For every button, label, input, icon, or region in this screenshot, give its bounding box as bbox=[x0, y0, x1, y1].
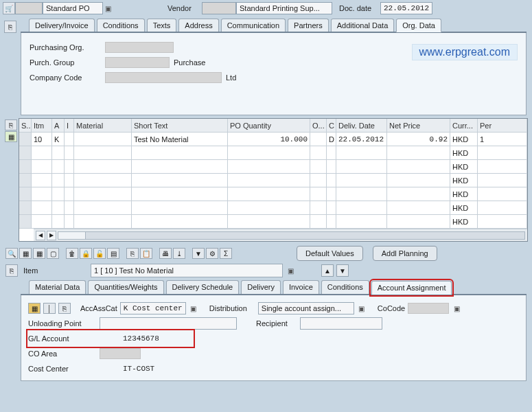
table-row[interactable]: HKD bbox=[19, 146, 527, 160]
find-icon[interactable]: 🔍 bbox=[5, 248, 18, 259]
tab-material-data[interactable]: Material Data bbox=[29, 280, 86, 294]
delete-icon[interactable]: 🗑 bbox=[66, 248, 78, 259]
tab-address[interactable]: Address bbox=[178, 19, 218, 32]
tab-communication[interactable]: Communication bbox=[221, 19, 286, 32]
tab-texts[interactable]: Texts bbox=[147, 19, 177, 32]
dropdown-icon[interactable]: ▣ bbox=[357, 305, 367, 312]
col-short-text[interactable]: Short Text bbox=[132, 119, 228, 132]
tab-delivery[interactable]: Delivery bbox=[241, 280, 281, 294]
dropdown-icon[interactable]: ▣ bbox=[286, 267, 295, 275]
org-data-panel: www.erpgreat.com Purchasing Org. Purch. … bbox=[21, 33, 527, 115]
item-select[interactable]: 1 [ 10 ] Test No Material bbox=[91, 264, 283, 277]
select-all-icon[interactable]: ▦ bbox=[33, 248, 45, 259]
co-area-label: CO Area bbox=[28, 350, 97, 358]
tab-additional-data[interactable]: Additional Data bbox=[331, 19, 395, 32]
scroll-right-icon[interactable]: ▶ bbox=[47, 231, 56, 240]
scroll-left-icon[interactable]: ◀ bbox=[36, 231, 45, 240]
tab-delivery-invoice[interactable]: Delivery/Invoice bbox=[29, 19, 95, 32]
vendor-code[interactable] bbox=[202, 2, 236, 14]
tab-conditions[interactable]: Conditions bbox=[97, 19, 145, 32]
deselect-icon[interactable]: ▢ bbox=[47, 248, 59, 259]
unloading-point-input[interactable] bbox=[100, 317, 237, 330]
col-itm[interactable]: Itm bbox=[32, 119, 52, 132]
cost-center-value[interactable]: IT-COST bbox=[123, 365, 154, 373]
table-row[interactable]: 10 K Test No Material 10.000 D 22.05.201… bbox=[19, 133, 527, 146]
collapse-item-detail-icon[interactable]: ⎘ bbox=[5, 264, 18, 277]
dropdown-icon[interactable]: ▣ bbox=[103, 5, 113, 12]
dropdown-icon[interactable]: ▣ bbox=[189, 305, 198, 312]
cart-icon[interactable]: 🛒 bbox=[3, 2, 15, 14]
col-c[interactable]: C bbox=[327, 119, 336, 132]
col-curr[interactable]: Curr... bbox=[450, 119, 478, 132]
company-code-text: Ltd bbox=[226, 73, 236, 82]
accasscat-input[interactable]: K Cost center bbox=[120, 302, 186, 314]
table-row[interactable]: HKD bbox=[19, 174, 527, 187]
col-s[interactable]: S... bbox=[19, 119, 32, 132]
addl-planning-button[interactable]: Addl Planning bbox=[373, 246, 437, 261]
doc-date-label: Doc. date bbox=[339, 4, 380, 12]
filter-icon[interactable]: ▼ bbox=[192, 248, 205, 259]
company-code-value[interactable] bbox=[105, 72, 222, 83]
lock-icon[interactable]: 🔒 bbox=[80, 248, 92, 259]
collapse-header-icon[interactable]: ⎘ bbox=[4, 21, 16, 33]
distribution-label: Distribution bbox=[209, 304, 247, 312]
distribution-input[interactable]: Single account assign... bbox=[258, 302, 354, 314]
single-view-icon[interactable]: │ bbox=[43, 303, 56, 314]
dropdown-icon[interactable]: ▣ bbox=[452, 305, 461, 312]
table-row[interactable]: HKD bbox=[19, 201, 527, 215]
col-i[interactable]: I bbox=[65, 119, 74, 132]
tab-delivery-schedule[interactable]: Delivery Schedule bbox=[166, 280, 240, 294]
col-net-price[interactable]: Net Price bbox=[387, 119, 450, 132]
default-values-button[interactable]: Default Values bbox=[297, 246, 363, 261]
copy-acct-icon[interactable]: ⎘ bbox=[58, 303, 71, 314]
select-all-icon[interactable]: ▦ bbox=[5, 131, 17, 142]
recipient-input[interactable] bbox=[300, 317, 382, 330]
table-row[interactable]: HKD bbox=[19, 187, 527, 201]
unlock-icon[interactable]: 🔓 bbox=[93, 248, 106, 259]
sum-icon[interactable]: Σ bbox=[220, 248, 232, 259]
copy-icon[interactable]: ⎘ bbox=[126, 248, 139, 259]
table-row[interactable]: HKD bbox=[19, 160, 527, 174]
vendor-name[interactable]: Standard Printing Sup... bbox=[236, 2, 332, 14]
details-icon[interactable]: ▤ bbox=[107, 248, 119, 259]
col-deliv-date[interactable]: Deliv. Date bbox=[336, 119, 387, 132]
prev-item-icon[interactable]: ▲ bbox=[321, 264, 334, 277]
col-per[interactable]: Per bbox=[478, 119, 527, 132]
header-tabs: Delivery/Invoice Conditions Texts Addres… bbox=[21, 18, 527, 33]
tab-quantities-weights[interactable]: Quantities/Weights bbox=[88, 280, 163, 294]
table-view-icon[interactable]: ▦ bbox=[28, 303, 41, 314]
co-area-input[interactable] bbox=[100, 348, 141, 359]
purch-group-code[interactable] bbox=[105, 57, 170, 68]
item-toolbar: 🔍 ▦ ▦ ▢ 🗑 🔒 🔓 ▤ ⎘ 📋 🖶 ⤓ ▼ ⚙ Σ Default Va… bbox=[5, 246, 527, 261]
purchasing-org-label: Purchasing Org. bbox=[30, 43, 105, 52]
cell-qty: 10.000 bbox=[228, 133, 310, 146]
gl-account-value[interactable]: 12345678 bbox=[123, 334, 159, 343]
select-layout-icon[interactable]: ▦ bbox=[19, 248, 32, 259]
col-o[interactable]: O... bbox=[310, 119, 327, 132]
doc-type-select[interactable]: Standard PO bbox=[43, 2, 103, 14]
purchasing-org-value[interactable] bbox=[105, 42, 174, 53]
next-item-icon[interactable]: ▼ bbox=[336, 264, 349, 277]
scroll-thumb[interactable] bbox=[58, 232, 86, 239]
account-assignment-panel: ▦ │ ⎘ AccAssCat K Cost center ▣ Distribu… bbox=[21, 295, 527, 381]
vendor-name-text: Standard Printing Sup... bbox=[240, 4, 320, 12]
grid-scrollbar[interactable]: ◀ ▶ bbox=[34, 229, 527, 241]
tab-partners[interactable]: Partners bbox=[288, 19, 329, 32]
col-po-qty[interactable]: PO Quantity bbox=[228, 119, 310, 132]
print-icon[interactable]: 🖶 bbox=[159, 248, 172, 259]
tab-account-assignment[interactable]: Account Assignment bbox=[371, 281, 452, 295]
col-material[interactable]: Material bbox=[74, 119, 132, 132]
collapse-item-icon[interactable]: ⎘ bbox=[5, 119, 17, 130]
settings-icon[interactable]: ⚙ bbox=[206, 248, 218, 259]
scroll-track[interactable] bbox=[58, 231, 525, 240]
tab-conditions-item[interactable]: Conditions bbox=[321, 280, 369, 294]
table-row[interactable]: HKD bbox=[19, 215, 527, 229]
tab-org-data[interactable]: Org. Data bbox=[396, 19, 441, 32]
paste-icon[interactable]: 📋 bbox=[140, 248, 152, 259]
doc-date-input[interactable]: 22.05.2012 bbox=[380, 2, 432, 14]
col-a[interactable]: A bbox=[52, 119, 65, 132]
cocode-input[interactable] bbox=[408, 303, 449, 314]
export-icon[interactable]: ⤓ bbox=[173, 248, 185, 259]
tab-invoice[interactable]: Invoice bbox=[283, 280, 319, 294]
po-number-input[interactable] bbox=[15, 2, 43, 14]
